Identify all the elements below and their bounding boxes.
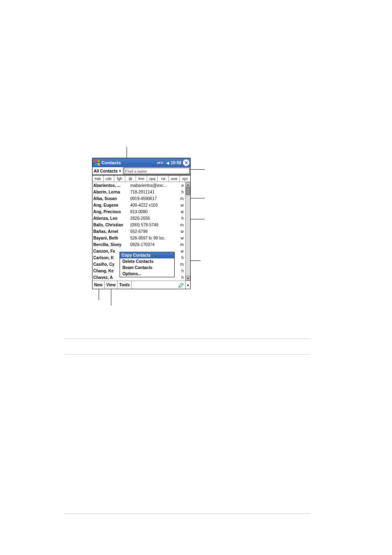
menu-item-beam[interactable]: Beam Contacts	[120, 265, 174, 271]
context-menu-title[interactable]: Copy Contacts	[120, 252, 174, 258]
contact-detail: (093) 578-5749	[130, 223, 179, 227]
search-input[interactable]	[124, 169, 189, 173]
contact-row[interactable]: Aberin, Lorna718-2911141h	[92, 189, 185, 195]
contact-row[interactable]: Balis, Christian(093) 578-5749m	[92, 221, 185, 228]
alpha-tab[interactable]: uvw	[169, 175, 180, 182]
toolbar: All Contacts ▼	[92, 167, 190, 175]
bottom-bar: New View Tools ▲	[92, 281, 190, 289]
contact-type: m	[179, 196, 184, 201]
scroll-thumb[interactable]	[186, 187, 190, 195]
contact-name: Bercilla, Siony	[93, 242, 130, 247]
contact-detail: 813-0080	[130, 210, 179, 214]
contact-row[interactable]: Bañas, Arnel552-6798w	[92, 228, 185, 235]
contacts-area: Abarientos, ...mabarientos@exc...e Aberi…	[92, 182, 190, 281]
alpha-tab[interactable]: rst	[158, 175, 169, 182]
edit-button[interactable]	[177, 281, 185, 289]
contact-type: w	[179, 210, 184, 214]
windows-flag-icon[interactable]	[93, 159, 101, 166]
contact-type: h	[179, 256, 184, 260]
contact-type: w	[179, 249, 184, 253]
view-button[interactable]: View	[105, 281, 118, 289]
contact-detail: mabarientos@exc...	[130, 183, 179, 188]
speaker-icon[interactable]: ◀	[166, 161, 169, 165]
sip-button[interactable]: ▲	[185, 281, 190, 289]
contact-row[interactable]: Bercilla, Siony0926-170374m	[92, 241, 185, 248]
svg-rect-1	[97, 160, 100, 162]
category-dropdown[interactable]: All Contacts ▼	[92, 167, 123, 175]
alpha-tab[interactable]: xyz	[180, 175, 191, 182]
contact-name: Ang, Precious	[93, 210, 130, 214]
contact-name: Ang, Eugene	[93, 203, 130, 207]
alpha-tab[interactable]: #ab	[92, 175, 104, 182]
contact-row[interactable]: Atienza, Leo2826-2656h	[92, 215, 185, 221]
tools-button[interactable]: Tools	[118, 281, 132, 289]
contact-type: e	[179, 183, 184, 188]
contact-type: m	[179, 262, 184, 267]
contact-type: h	[179, 269, 184, 273]
contact-type: w	[179, 229, 184, 234]
alpha-tab[interactable]: lmn	[136, 175, 147, 182]
contact-detail: 552-6798	[130, 229, 179, 234]
menu-item-options[interactable]: Options...	[120, 271, 174, 277]
contact-name: Abarientos, ...	[93, 183, 130, 188]
vertical-scrollbar: ▲ ▼	[185, 182, 190, 281]
contact-detail: 0919-4590617	[130, 196, 179, 201]
alphabet-tabs: #ab cde fgh ijk lmn opq rst uvw xyz	[92, 175, 190, 182]
menu-item-delete[interactable]: Delete Contacts	[120, 258, 174, 265]
contact-name: Alba, Susan	[93, 196, 130, 201]
close-button[interactable]: ✕	[183, 159, 189, 166]
contact-type: w	[179, 236, 184, 240]
new-button[interactable]: New	[92, 281, 105, 289]
alpha-tab[interactable]: fgh	[114, 175, 125, 182]
contact-name: Balis, Christian	[93, 223, 130, 227]
contact-detail: 526-9597 to 98 loc.	[130, 236, 179, 240]
scroll-down-button[interactable]: ▼	[186, 276, 190, 281]
contact-type: h	[179, 275, 184, 280]
svg-rect-2	[94, 163, 97, 166]
clock-time[interactable]: 10:58	[171, 161, 181, 165]
contact-row[interactable]: Alba, Susan0919-4590617m	[92, 195, 185, 202]
contact-detail: 718-2911141	[130, 190, 179, 194]
scroll-track[interactable]	[186, 187, 190, 276]
dropdown-arrow-icon: ▼	[118, 169, 122, 173]
context-menu: Copy Contacts Delete Contacts Beam Conta…	[120, 252, 175, 277]
contact-detail: 400-4222 x103	[130, 203, 179, 207]
contact-row[interactable]: Bayani, Beth526-9597 to 98 loc.w	[92, 235, 185, 241]
contacts-list: Abarientos, ...mabarientos@exc...e Aberi…	[92, 182, 185, 281]
contact-row[interactable]: Ang, Precious813-0080w	[92, 208, 185, 215]
contact-detail: 2826-2656	[130, 216, 179, 221]
contact-row[interactable]: Ang, Eugene400-4222 x103w	[92, 202, 185, 208]
contact-detail: 0926-170374	[130, 242, 179, 247]
contact-type: w	[179, 203, 184, 207]
pencil-icon	[178, 282, 184, 288]
contact-type: h	[179, 190, 184, 194]
contact-name: Bayani, Beth	[93, 236, 130, 240]
alpha-tab[interactable]: opq	[147, 175, 158, 182]
scroll-up-button[interactable]: ▲	[186, 182, 190, 187]
app-title: Contacts	[101, 160, 121, 165]
contact-type: h	[179, 216, 184, 221]
alpha-tab[interactable]: cde	[104, 175, 115, 182]
contact-name: Aberin, Lorna	[93, 190, 130, 194]
svg-rect-0	[94, 160, 97, 162]
search-box	[124, 168, 190, 174]
alpha-tab[interactable]: ijk	[125, 175, 136, 182]
contact-type: m	[179, 223, 184, 227]
title-bar: Contacts ⇄✕ ◀ 10:58 ✕	[92, 158, 190, 167]
svg-rect-3	[97, 163, 100, 166]
contact-row[interactable]: Abarientos, ...mabarientos@exc...e	[92, 182, 185, 189]
category-label: All Contacts	[94, 169, 118, 173]
pocketpc-screen: Contacts ⇄✕ ◀ 10:58 ✕ All Contacts ▼ #ab…	[92, 158, 191, 289]
contact-name: Atienza, Leo	[93, 216, 130, 221]
contact-type: m	[179, 242, 184, 247]
connectivity-icon[interactable]: ⇄✕	[157, 161, 164, 165]
contact-name: Bañas, Arnel	[93, 229, 130, 234]
